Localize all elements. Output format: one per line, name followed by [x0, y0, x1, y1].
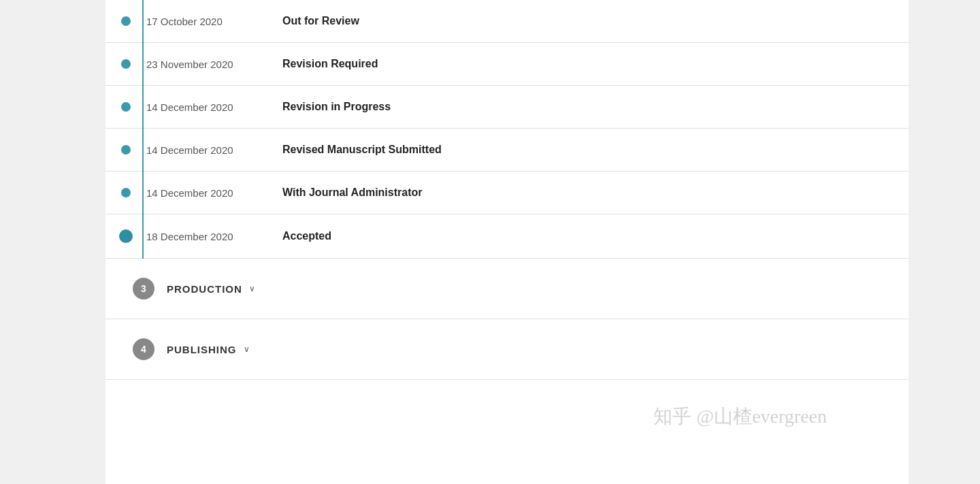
event-4: Revised Manuscript Submitted: [282, 144, 442, 156]
timeline-wrapper: 17 October 2020 Out for Review 23 Novemb…: [105, 0, 909, 259]
left-sidebar: [0, 0, 105, 484]
dot-col-4: [105, 145, 146, 155]
dot-col-6: [105, 229, 146, 243]
timeline-line: [142, 0, 144, 259]
production-title: PRODUCTION: [167, 283, 242, 295]
section-number-4: 4: [133, 338, 154, 360]
timeline-dot-2: [121, 59, 131, 69]
publishing-title: PUBLISHING: [167, 344, 237, 355]
timeline-dot-1: [121, 16, 131, 26]
production-section[interactable]: 3 PRODUCTION ∨: [105, 259, 909, 319]
page-wrapper: 17 October 2020 Out for Review 23 Novemb…: [0, 0, 980, 484]
event-6: Accepted: [282, 230, 331, 242]
dot-col-2: [105, 59, 146, 69]
event-5: With Journal Administrator: [282, 187, 423, 199]
date-6: 18 December 2020: [146, 231, 282, 242]
timeline-items-container: 17 October 2020 Out for Review 23 Novemb…: [105, 0, 909, 259]
timeline-dot-4: [121, 145, 131, 155]
timeline-row-accepted: 18 December 2020 Accepted: [105, 214, 909, 259]
timeline-row: 14 December 2020 Revision in Progress: [105, 86, 909, 129]
right-sidebar: [909, 0, 980, 484]
timeline-dot-5: [121, 188, 131, 197]
timeline-dot-3: [121, 102, 131, 112]
watermark: 知乎 @山楂evergreen: [653, 404, 827, 430]
event-3: Revision in Progress: [282, 101, 391, 113]
dot-col-5: [105, 188, 146, 197]
chevron-down-icon-2: ∨: [244, 344, 250, 354]
dot-col-3: [105, 102, 146, 112]
date-2: 23 November 2020: [146, 59, 282, 70]
dot-col-1: [105, 16, 146, 26]
section-number-3: 3: [133, 278, 154, 300]
date-1: 17 October 2020: [146, 16, 282, 27]
timeline-row: 14 December 2020 Revised Manuscript Subm…: [105, 129, 909, 172]
main-content: 17 October 2020 Out for Review 23 Novemb…: [105, 0, 909, 484]
timeline-dot-6: [119, 229, 133, 243]
event-2: Revision Required: [282, 58, 378, 70]
timeline-row: 23 November 2020 Revision Required: [105, 43, 909, 86]
timeline-row: 14 December 2020 With Journal Administra…: [105, 172, 909, 214]
timeline-row: 17 October 2020 Out for Review: [105, 0, 909, 43]
publishing-section[interactable]: 4 PUBLISHING ∨: [105, 319, 909, 380]
date-4: 14 December 2020: [146, 144, 282, 156]
date-5: 14 December 2020: [146, 187, 282, 199]
chevron-down-icon: ∨: [249, 284, 255, 293]
event-1: Out for Review: [282, 15, 359, 27]
date-3: 14 December 2020: [146, 101, 282, 113]
